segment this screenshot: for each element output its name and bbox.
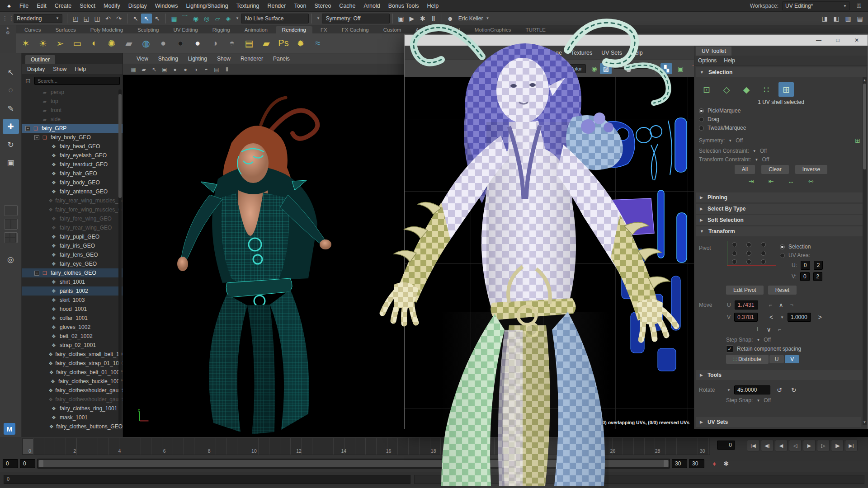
uv-menu-item[interactable]: UV Sets [597, 48, 627, 58]
menu-item[interactable]: Help [423, 1, 443, 11]
selection-mode-radio[interactable]: Pick/Marquee [699, 108, 863, 114]
outliner-row[interactable]: − ❖ fairy_clothesshoulder_gaurd_ [22, 386, 123, 395]
shelf-tab[interactable]: Surfaces [49, 26, 82, 33]
layout-two-pane-button[interactable] [4, 219, 18, 230]
volume-light-icon[interactable]: ✺ [104, 36, 119, 51]
rotate-step-snap-value[interactable]: Off [764, 397, 771, 404]
blinn-icon[interactable]: ● [156, 36, 171, 51]
camera-icon[interactable]: ▰ [139, 65, 149, 74]
outliner-row[interactable]: − ▰ persp [22, 88, 123, 97]
phong-icon[interactable]: ● [173, 36, 188, 51]
move-v-field[interactable]: 0.3781 [734, 313, 758, 322]
transform-constraint-value[interactable]: Off [762, 156, 769, 163]
pivot-button[interactable]: Edit Pivot [726, 286, 764, 295]
texture-name-field[interactable]: fairy_clothes_baseColor [522, 64, 586, 73]
outliner-row[interactable]: − ❖ fairy_clothesshoulder_gaurd_ [22, 395, 123, 404]
workspace-selector[interactable]: UV Editing*▼ [782, 1, 850, 10]
outliner-row[interactable]: − ❖ fairy_fore_wing_GEO [22, 214, 123, 223]
nudge-up-icon[interactable]: ∧ [776, 300, 787, 310]
snap-view-plane-icon[interactable]: ▱ [212, 14, 223, 23]
env-ball-icon[interactable]: ◓ [201, 65, 211, 74]
outliner-row[interactable]: − ❖ hood_1001 [22, 305, 123, 314]
snap-projected-center-icon[interactable]: ◎ [201, 14, 212, 23]
area-light-icon[interactable]: ▭ [70, 36, 85, 51]
outliner-row[interactable]: − ❖ fairy_lens_GEO [22, 250, 123, 259]
ocean-icon[interactable]: ≈ [310, 36, 326, 51]
menu-item[interactable]: Modify [99, 1, 124, 11]
outliner-row[interactable]: − ❖ fairy_iris_GEO [22, 241, 123, 250]
shelf-tab[interactable]: MotionGraphics [468, 26, 518, 33]
live-surface-field[interactable]: No Live Surface [241, 14, 309, 23]
step-back-icon[interactable]: ◀ [775, 440, 788, 451]
layout-four-pane-button[interactable] [4, 232, 18, 243]
scale-tool-icon[interactable]: ▣ [3, 155, 19, 170]
outliner-row[interactable]: − ❏ fairy_clothes_GEO [22, 268, 123, 277]
section-uv-sets[interactable]: ▶UV Sets [696, 417, 861, 427]
outliner-menu-item[interactable]: Help [75, 66, 86, 72]
outliner-row[interactable]: − ❖ fairy_rear_wing_muscles_GEO [22, 196, 123, 205]
menu-item[interactable]: Cache [335, 1, 359, 11]
symmetry-field[interactable]: Symmetry: Off [322, 14, 390, 23]
viewport-menu-item[interactable]: Show [212, 54, 235, 63]
render-settings-icon[interactable]: ✱ [417, 14, 428, 23]
expand-toggle-icon[interactable]: − [25, 126, 30, 131]
collapsed-section-header[interactable]: ▶Soft Selection [696, 215, 866, 225]
uv-canvas[interactable]: (1/0) UV shells, (0/0) overlapping UVs, … [405, 77, 694, 429]
uv-toolkit-menu-item[interactable]: Options [698, 57, 717, 64]
open-scene-icon[interactable]: ◱ [81, 14, 92, 23]
outliner-row[interactable]: − ❖ fairy_body_GEO [22, 178, 123, 187]
expand-toggle-icon[interactable]: − [34, 271, 39, 276]
rotate-cw-icon[interactable]: ↻ [788, 385, 799, 395]
outliner-row[interactable]: − ❖ fairy_pupil_GEO [22, 232, 123, 241]
outliner-row[interactable]: − ❏ fairy_body_GEO [22, 133, 123, 142]
menu-item[interactable]: Stereo [311, 1, 335, 11]
menu-item[interactable]: Bonus Tools [384, 1, 423, 11]
shelf-tab[interactable]: Curves [18, 26, 47, 33]
uv-editor-titlebar[interactable]: — □ ✕ [405, 35, 868, 46]
nudge-right-icon[interactable]: > [815, 312, 826, 322]
go-end-icon[interactable]: ▶| [845, 440, 858, 451]
selection-constraint-value[interactable]: Off [760, 148, 767, 154]
outliner-row[interactable]: − ❖ fairy_fore_wing_muscles_GEO [22, 205, 123, 214]
select-component-icon[interactable]: ↖ [152, 14, 163, 23]
outliner-row[interactable]: − ❖ fairy_eye_GEO [22, 259, 123, 268]
outliner-search-input[interactable] [34, 77, 120, 85]
rgb-channels-icon[interactable]: ◉ [588, 63, 600, 74]
viewport-menu-item[interactable]: Panels [269, 54, 294, 63]
outliner-row[interactable]: − ▰ side [22, 115, 123, 124]
symmetry-value[interactable]: Off [736, 137, 743, 144]
shelf-tab[interactable]: Arnold [409, 26, 437, 33]
menu-item[interactable]: Select [75, 1, 99, 11]
current-frame-field[interactable]: 0 [717, 441, 735, 450]
outliner-row[interactable]: − ❖ fairy_antenna_GEO [22, 187, 123, 196]
section-selection[interactable]: ▼Selection [696, 67, 866, 77]
outliner-row[interactable]: − ❖ fairy_clothes_ring_1001 [22, 404, 123, 413]
redo-icon[interactable]: ↷ [113, 14, 124, 23]
checker-tiles-icon[interactable]: ▚ [660, 63, 672, 74]
command-line-input[interactable]: 0 [4, 475, 410, 484]
outliner-menu-item[interactable]: Show [53, 66, 66, 72]
psd-icon[interactable]: Ps [276, 36, 291, 51]
baked-texture-icon[interactable]: ▣ [502, 63, 514, 74]
align-u-min-icon[interactable]: ⇥ [746, 176, 757, 186]
time-slider[interactable]: 024681012141618202224262830 [22, 438, 710, 455]
uv-toolkit-tab[interactable]: UV Toolkit [696, 47, 731, 56]
camera-icon[interactable]: ▰ [121, 36, 137, 51]
menu-item[interactable]: Lighting/Shading [182, 1, 232, 11]
viewport-menu-item[interactable]: View [132, 54, 153, 63]
vertex-select-icon[interactable]: ◇ [719, 82, 734, 97]
shelf-tab[interactable]: Rendering [276, 26, 312, 33]
statusline-grip-icon[interactable]: ⋮⋮ [3, 14, 14, 23]
uv-toolkit-menu-item[interactable]: Help [724, 57, 735, 64]
snap-curve-icon[interactable]: ⌒ [179, 14, 190, 23]
workspace-lock-icon[interactable]: ⚿ [854, 1, 864, 11]
ambient-light-icon[interactable]: ◐ [87, 36, 102, 51]
paint-select-tool-icon[interactable]: ✎ [3, 101, 19, 116]
nudge-left-icon[interactable]: < [766, 312, 777, 322]
selection-action-button[interactable]: All [735, 165, 755, 174]
shell-border-icon[interactable]: ▦ [491, 63, 502, 74]
shelf-tab[interactable]: Poly Modeling [84, 26, 129, 33]
move-tool-icon[interactable]: ✚ [3, 119, 19, 134]
step-fwd-key-icon[interactable]: |▶ [831, 440, 844, 451]
outliner-row[interactable]: − ❖ fairy_tearduct_GEO [22, 160, 123, 169]
